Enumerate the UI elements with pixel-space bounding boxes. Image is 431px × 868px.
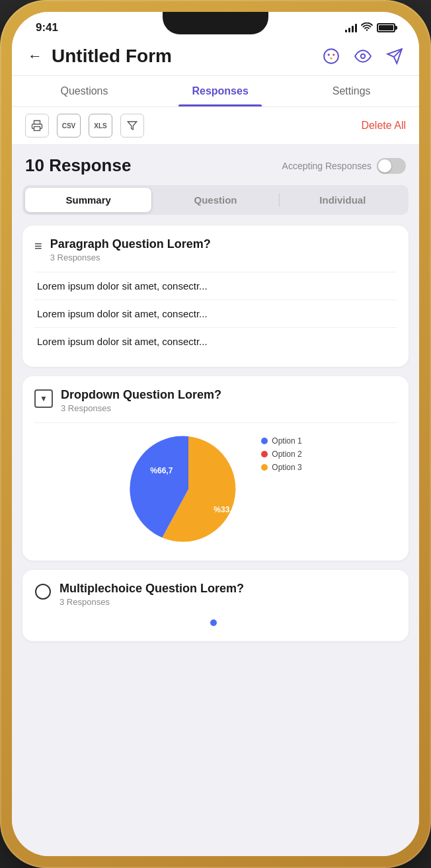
status-icons xyxy=(345,22,395,34)
tab-responses[interactable]: Responses xyxy=(178,76,261,106)
legend-dot-option3 xyxy=(261,464,268,471)
tab-bar: Questions Responses Settings xyxy=(12,76,419,107)
page-title: Untitled Form xyxy=(52,46,313,67)
paragraph-subtitle: 3 Responses xyxy=(50,253,211,262)
legend-dot-option2 xyxy=(261,451,268,457)
view-toggle: Summary Question Individual xyxy=(22,185,409,215)
summary-view-button[interactable]: Summary xyxy=(25,188,151,212)
delete-all-button[interactable]: Delete All xyxy=(361,120,406,132)
status-time: 9:41 xyxy=(36,21,58,34)
response-row: 10 Response Accepting Responses xyxy=(22,155,409,176)
svg-rect-7 xyxy=(34,127,40,131)
response-count: 10 Response xyxy=(25,155,131,176)
multiplechoice-card: Multiplechoice Question Lorem? 3 Respons… xyxy=(22,570,409,641)
csv-icon[interactable]: CSV xyxy=(57,114,81,138)
xls-icon[interactable]: XLS xyxy=(89,114,112,138)
paragraph-responses: Lorem ipsum dolor sit amet, consectr... … xyxy=(34,272,397,355)
battery-icon xyxy=(377,23,395,32)
phone-screen: 9:41 xyxy=(12,12,419,856)
filter-icon[interactable] xyxy=(120,114,144,138)
list-item: Lorem ipsum dolor sit amet, consectr... xyxy=(34,272,397,300)
paragraph-card-header: ≡ Paragraph Question Lorem? 3 Responses xyxy=(34,237,397,262)
svg-point-1 xyxy=(328,54,330,56)
dropdown-card: ▼ Dropdown Question Lorem? 3 Responses xyxy=(22,376,409,561)
send-icon[interactable] xyxy=(383,45,406,67)
svg-point-9 xyxy=(36,584,50,599)
paragraph-card: ≡ Paragraph Question Lorem? 3 Responses … xyxy=(22,225,409,367)
accepting-responses-toggle[interactable] xyxy=(377,158,406,174)
list-item: Lorem ipsum dolor sit amet, consectr... xyxy=(34,300,397,328)
dropdown-icon: ▼ xyxy=(34,389,53,408)
svg-point-4 xyxy=(361,54,366,59)
chart-legend: Option 1 Option 2 Option 3 xyxy=(261,436,301,472)
palette-icon[interactable] xyxy=(320,45,342,67)
paragraph-icon: ≡ xyxy=(34,239,42,254)
svg-point-2 xyxy=(333,54,334,56)
signal-icon xyxy=(345,23,357,32)
question-view-button[interactable]: Question xyxy=(152,188,278,212)
dropdown-title: Dropdown Question Lorem? xyxy=(61,388,221,402)
multiplechoice-card-header: Multiplechoice Question Lorem? 3 Respons… xyxy=(34,582,397,607)
chart-section: %66,7 %33,3 Option 1 Option 2 xyxy=(34,422,397,549)
wifi-icon xyxy=(361,22,373,34)
legend-option3: Option 3 xyxy=(261,463,301,472)
notch xyxy=(163,12,268,34)
multiplechoice-title: Multiplechoice Question Lorem? xyxy=(59,582,244,596)
legend-dot-option1 xyxy=(261,438,268,444)
legend-option1: Option 1 xyxy=(261,436,301,446)
dropdown-card-header: ▼ Dropdown Question Lorem? 3 Responses xyxy=(34,388,397,413)
svg-point-0 xyxy=(324,49,338,63)
toolbar: CSV XLS Delete All xyxy=(12,107,419,145)
back-button[interactable]: ← xyxy=(25,45,45,67)
preview-icon[interactable] xyxy=(352,45,374,67)
multiplechoice-icon xyxy=(34,583,52,604)
pie-chart: %66,7 %33,3 xyxy=(129,430,248,549)
toggle-row: Accepting Responses xyxy=(282,158,406,174)
dropdown-subtitle: 3 Responses xyxy=(61,403,221,413)
toggle-label: Accepting Responses xyxy=(282,161,372,171)
print-icon[interactable] xyxy=(25,114,49,138)
tab-settings[interactable]: Settings xyxy=(319,76,384,106)
svg-point-3 xyxy=(330,58,332,59)
list-item: Lorem ipsum dolor sit amet, consectr... xyxy=(34,328,397,355)
tab-questions[interactable]: Questions xyxy=(47,76,121,106)
multiplechoice-subtitle: 3 Responses xyxy=(59,597,244,607)
individual-view-button[interactable]: Individual xyxy=(280,188,406,212)
legend-option2: Option 2 xyxy=(261,450,301,459)
app-header: ← Untitled Form xyxy=(12,40,419,76)
svg-marker-8 xyxy=(128,122,136,130)
content-area: 10 Response Accepting Responses Summary … xyxy=(12,145,419,856)
phone-frame: 9:41 xyxy=(0,0,431,868)
header-actions xyxy=(320,45,406,67)
paragraph-title: Paragraph Question Lorem? xyxy=(50,237,211,251)
